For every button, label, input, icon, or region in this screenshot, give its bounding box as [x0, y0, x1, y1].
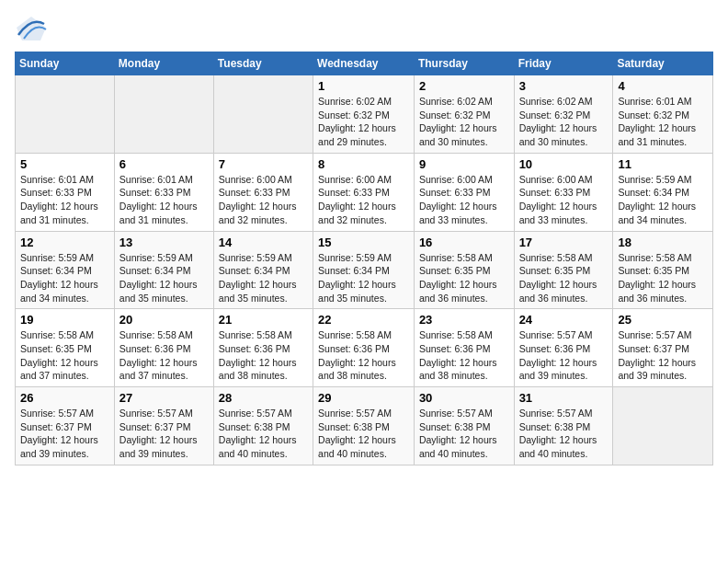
calendar-day-cell: 22Sunrise: 5:58 AM Sunset: 6:36 PM Dayli… [313, 309, 415, 387]
calendar-day-cell: 3Sunrise: 6:02 AM Sunset: 6:32 PM Daylig… [514, 75, 613, 154]
calendar-day-cell: 29Sunrise: 5:57 AM Sunset: 6:38 PM Dayli… [313, 387, 415, 465]
day-info: Sunrise: 5:58 AM Sunset: 6:35 PM Dayligh… [618, 251, 708, 305]
calendar-day-cell: 11Sunrise: 5:59 AM Sunset: 6:34 PM Dayli… [613, 153, 713, 231]
calendar-day-cell: 31Sunrise: 5:57 AM Sunset: 6:38 PM Dayli… [514, 387, 613, 465]
day-info: Sunrise: 6:01 AM Sunset: 6:32 PM Dayligh… [618, 95, 708, 149]
day-info: Sunrise: 5:57 AM Sunset: 6:37 PM Dayligh… [618, 328, 708, 383]
calendar-day-cell: 8Sunrise: 6:00 AM Sunset: 6:33 PM Daylig… [313, 153, 415, 231]
day-info: Sunrise: 6:00 AM Sunset: 6:33 PM Dayligh… [519, 173, 609, 227]
calendar-week-row: 19Sunrise: 5:58 AM Sunset: 6:35 PM Dayli… [16, 309, 713, 387]
page-header [15, 15, 713, 42]
calendar-day-cell: 28Sunrise: 5:57 AM Sunset: 6:38 PM Dayli… [213, 387, 313, 465]
day-number: 10 [519, 157, 609, 171]
day-number: 27 [119, 391, 209, 405]
day-info: Sunrise: 5:58 AM Sunset: 6:35 PM Dayligh… [20, 328, 109, 383]
day-info: Sunrise: 5:57 AM Sunset: 6:38 PM Dayligh… [318, 407, 409, 461]
svg-marker-1 [17, 17, 46, 40]
day-info: Sunrise: 5:59 AM Sunset: 6:34 PM Dayligh… [219, 251, 308, 305]
day-info: Sunrise: 6:02 AM Sunset: 6:32 PM Dayligh… [419, 95, 509, 149]
calendar-day-cell: 4Sunrise: 6:01 AM Sunset: 6:32 PM Daylig… [613, 75, 713, 154]
calendar-day-cell: 7Sunrise: 6:00 AM Sunset: 6:33 PM Daylig… [213, 153, 313, 231]
day-number: 8 [318, 157, 409, 171]
day-number: 3 [519, 79, 609, 93]
calendar-day-cell [613, 387, 713, 465]
calendar-week-row: 26Sunrise: 5:57 AM Sunset: 6:37 PM Dayli… [16, 387, 713, 465]
day-number: 30 [419, 391, 509, 405]
calendar-day-cell: 24Sunrise: 5:57 AM Sunset: 6:36 PM Dayli… [514, 309, 613, 387]
day-number: 25 [618, 313, 708, 327]
day-number: 15 [318, 236, 409, 249]
day-info: Sunrise: 6:00 AM Sunset: 6:33 PM Dayligh… [419, 173, 509, 227]
calendar-day-cell: 5Sunrise: 6:01 AM Sunset: 6:33 PM Daylig… [16, 153, 115, 231]
calendar-day-cell: 2Sunrise: 6:02 AM Sunset: 6:32 PM Daylig… [414, 75, 514, 154]
weekday-header: Monday [114, 52, 213, 75]
calendar-day-cell: 30Sunrise: 5:57 AM Sunset: 6:38 PM Dayli… [414, 387, 514, 465]
day-number: 31 [519, 391, 609, 405]
calendar-day-cell [16, 75, 115, 154]
day-number: 2 [419, 79, 509, 93]
day-info: Sunrise: 5:58 AM Sunset: 6:35 PM Dayligh… [419, 251, 509, 305]
day-number: 24 [519, 313, 609, 327]
calendar-week-row: 1Sunrise: 6:02 AM Sunset: 6:32 PM Daylig… [16, 75, 713, 154]
day-number: 19 [20, 313, 109, 327]
calendar-day-cell: 21Sunrise: 5:58 AM Sunset: 6:36 PM Dayli… [213, 309, 313, 387]
weekday-header: Wednesday [313, 52, 415, 75]
calendar-day-cell: 13Sunrise: 5:59 AM Sunset: 6:34 PM Dayli… [114, 231, 213, 309]
calendar-day-cell: 26Sunrise: 5:57 AM Sunset: 6:37 PM Dayli… [16, 387, 115, 465]
calendar-day-cell: 9Sunrise: 6:00 AM Sunset: 6:33 PM Daylig… [414, 153, 514, 231]
day-number: 11 [618, 157, 708, 171]
calendar-day-cell: 15Sunrise: 5:59 AM Sunset: 6:34 PM Dayli… [313, 231, 415, 309]
calendar-day-cell [213, 75, 313, 154]
calendar-day-cell: 6Sunrise: 6:01 AM Sunset: 6:33 PM Daylig… [114, 153, 213, 231]
day-number: 9 [419, 157, 509, 171]
day-number: 1 [318, 79, 409, 93]
day-info: Sunrise: 6:00 AM Sunset: 6:33 PM Dayligh… [318, 173, 409, 227]
day-number: 13 [119, 236, 209, 249]
weekday-header: Friday [514, 52, 613, 75]
day-info: Sunrise: 6:02 AM Sunset: 6:32 PM Dayligh… [519, 95, 609, 149]
day-info: Sunrise: 5:58 AM Sunset: 6:36 PM Dayligh… [119, 328, 209, 383]
day-info: Sunrise: 6:02 AM Sunset: 6:32 PM Dayligh… [318, 95, 409, 149]
calendar-week-row: 12Sunrise: 5:59 AM Sunset: 6:34 PM Dayli… [16, 231, 713, 309]
day-info: Sunrise: 5:57 AM Sunset: 6:37 PM Dayligh… [20, 407, 109, 461]
day-info: Sunrise: 5:57 AM Sunset: 6:38 PM Dayligh… [419, 407, 509, 461]
calendar-day-cell: 19Sunrise: 5:58 AM Sunset: 6:35 PM Dayli… [16, 309, 115, 387]
day-number: 26 [20, 391, 109, 405]
calendar-day-cell: 25Sunrise: 5:57 AM Sunset: 6:37 PM Dayli… [613, 309, 713, 387]
day-number: 28 [219, 391, 308, 405]
day-number: 4 [618, 79, 708, 93]
day-number: 23 [419, 313, 509, 327]
day-info: Sunrise: 5:58 AM Sunset: 6:36 PM Dayligh… [318, 328, 409, 383]
calendar-header-row: SundayMondayTuesdayWednesdayThursdayFrid… [16, 52, 713, 75]
day-info: Sunrise: 5:58 AM Sunset: 6:36 PM Dayligh… [219, 328, 308, 383]
weekday-header: Thursday [414, 52, 514, 75]
day-info: Sunrise: 5:59 AM Sunset: 6:34 PM Dayligh… [20, 251, 109, 305]
logo [15, 15, 51, 42]
day-number: 22 [318, 313, 409, 327]
day-number: 17 [519, 236, 609, 249]
day-info: Sunrise: 5:58 AM Sunset: 6:35 PM Dayligh… [519, 251, 609, 305]
day-info: Sunrise: 6:00 AM Sunset: 6:33 PM Dayligh… [219, 173, 308, 227]
calendar-day-cell: 1Sunrise: 6:02 AM Sunset: 6:32 PM Daylig… [313, 75, 415, 154]
day-number: 18 [618, 236, 708, 249]
calendar-day-cell: 20Sunrise: 5:58 AM Sunset: 6:36 PM Dayli… [114, 309, 213, 387]
calendar-day-cell: 14Sunrise: 5:59 AM Sunset: 6:34 PM Dayli… [213, 231, 313, 309]
calendar-table: SundayMondayTuesdayWednesdayThursdayFrid… [15, 52, 713, 465]
calendar-day-cell [114, 75, 213, 154]
day-info: Sunrise: 5:58 AM Sunset: 6:36 PM Dayligh… [419, 328, 509, 383]
day-number: 7 [219, 157, 308, 171]
calendar-week-row: 5Sunrise: 6:01 AM Sunset: 6:33 PM Daylig… [16, 153, 713, 231]
day-info: Sunrise: 5:59 AM Sunset: 6:34 PM Dayligh… [618, 173, 708, 227]
weekday-header: Tuesday [213, 52, 313, 75]
day-number: 21 [219, 313, 308, 327]
day-number: 20 [119, 313, 209, 327]
day-number: 16 [419, 236, 509, 249]
day-info: Sunrise: 5:59 AM Sunset: 6:34 PM Dayligh… [119, 251, 209, 305]
weekday-header: Sunday [16, 52, 115, 75]
calendar-day-cell: 12Sunrise: 5:59 AM Sunset: 6:34 PM Dayli… [16, 231, 115, 309]
day-info: Sunrise: 5:57 AM Sunset: 6:38 PM Dayligh… [219, 407, 308, 461]
day-info: Sunrise: 5:57 AM Sunset: 6:37 PM Dayligh… [119, 407, 209, 461]
weekday-header: Saturday [613, 52, 713, 75]
day-info: Sunrise: 5:57 AM Sunset: 6:38 PM Dayligh… [519, 407, 609, 461]
calendar-day-cell: 18Sunrise: 5:58 AM Sunset: 6:35 PM Dayli… [613, 231, 713, 309]
